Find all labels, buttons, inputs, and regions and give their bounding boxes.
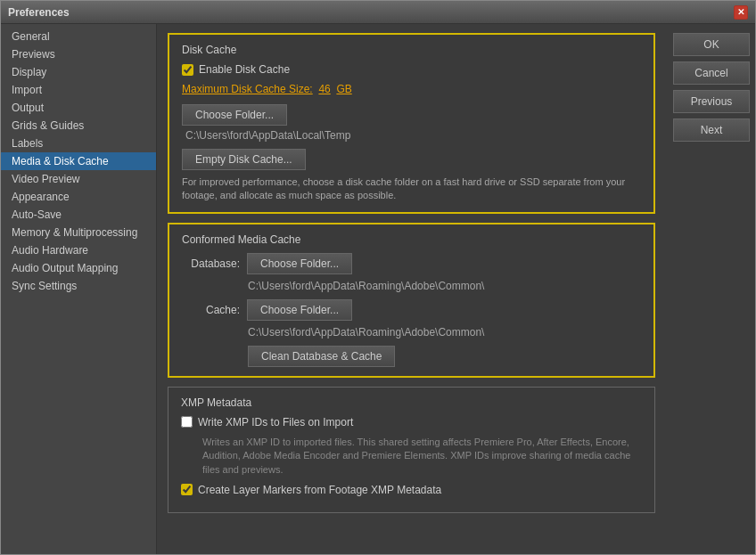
xmp-title: XMP Metadata	[181, 396, 642, 409]
next-button[interactable]: Next	[673, 118, 750, 142]
max-size-unit: GB	[336, 83, 351, 95]
previous-button[interactable]: Previous	[673, 90, 750, 113]
database-path: C:\Users\ford\AppData\Roaming\Adobe\Comm…	[182, 280, 641, 292]
sidebar-item-import[interactable]: Import	[1, 81, 156, 99]
max-size-row: Maximum Disk Cache Size: 46 GB	[182, 83, 641, 95]
title-bar: Preferences ✕	[1, 1, 755, 24]
sidebar-item-auto-save[interactable]: Auto-Save	[1, 206, 156, 224]
close-button[interactable]: ✕	[734, 5, 748, 20]
preferences-window: Preferences ✕ General Previews Display I…	[0, 0, 756, 555]
create-layer-checkbox[interactable]	[181, 484, 193, 495]
database-choose-folder-button[interactable]: Choose Folder...	[247, 253, 352, 274]
write-xmp-checkbox[interactable]	[181, 416, 193, 428]
xmp-metadata-section: XMP Metadata Write XMP IDs to Files on I…	[168, 387, 655, 513]
sidebar-item-appearance[interactable]: Appearance	[1, 188, 156, 206]
database-row: Database: Choose Folder...	[182, 253, 641, 274]
sidebar-item-video-preview[interactable]: Video Preview	[1, 170, 156, 188]
enable-disk-cache-checkbox[interactable]	[182, 64, 193, 76]
write-xmp-label: Write XMP IDs to Files on Import	[198, 416, 353, 428]
create-layer-label: Create Layer Markers from Footage XMP Me…	[198, 484, 441, 496]
sidebar-item-grids-guides[interactable]: Grids & Guides	[1, 117, 156, 135]
disk-cache-section: Disk Cache Enable Disk Cache Maximum Dis…	[168, 33, 655, 214]
max-size-label: Maximum Disk Cache Size:	[182, 83, 313, 95]
disk-cache-folder-path: C:\Users\ford\AppData\Local\Temp	[182, 129, 641, 142]
sidebar-item-general[interactable]: General	[1, 28, 156, 45]
sidebar-item-display[interactable]: Display	[1, 63, 156, 81]
main-content: General Previews Display Import Output G…	[1, 24, 755, 554]
sidebar: General Previews Display Import Output G…	[1, 24, 157, 554]
main-area: Disk Cache Enable Disk Cache Maximum Dis…	[157, 24, 666, 554]
disk-cache-info: For improved performance, choose a disk …	[182, 175, 641, 203]
cache-choose-folder-button[interactable]: Choose Folder...	[247, 299, 352, 321]
ok-button[interactable]: OK	[673, 33, 750, 56]
write-xmp-info: Writes an XMP ID to imported files. This…	[202, 436, 642, 477]
clean-database-cache-button[interactable]: Clean Database & Cache	[248, 346, 395, 367]
write-xmp-row: Write XMP IDs to Files on Import	[181, 416, 642, 428]
create-layer-row: Create Layer Markers from Footage XMP Me…	[181, 484, 642, 496]
cache-label: Cache:	[182, 304, 240, 316]
choose-folder-button[interactable]: Choose Folder...	[182, 104, 287, 126]
sidebar-item-output[interactable]: Output	[1, 99, 156, 117]
enable-disk-cache-label: Enable Disk Cache	[199, 63, 290, 76]
sidebar-item-previews[interactable]: Previews	[1, 45, 156, 63]
empty-disk-cache-button[interactable]: Empty Disk Cache...	[182, 149, 306, 170]
max-size-value[interactable]: 46	[318, 83, 330, 95]
sidebar-item-audio-hardware[interactable]: Audio Hardware	[1, 241, 156, 259]
conformed-media-cache-section: Conformed Media Cache Database: Choose F…	[168, 223, 655, 378]
sidebar-item-sync-settings[interactable]: Sync Settings	[1, 277, 156, 295]
database-label: Database:	[182, 257, 240, 270]
right-buttons-panel: OK Cancel Previous Next	[666, 24, 755, 554]
cache-row: Cache: Choose Folder...	[182, 299, 641, 321]
sidebar-item-labels[interactable]: Labels	[1, 135, 156, 152]
disk-cache-title: Disk Cache	[182, 44, 641, 56]
conformed-cache-title: Conformed Media Cache	[182, 233, 641, 246]
cache-path: C:\Users\ford\AppData\Roaming\Adobe\Comm…	[182, 326, 641, 339]
sidebar-item-media-disk-cache[interactable]: Media & Disk Cache	[1, 152, 156, 170]
sidebar-item-audio-output-mapping[interactable]: Audio Output Mapping	[1, 259, 156, 277]
sidebar-item-memory-multiprocessing[interactable]: Memory & Multiprocessing	[1, 224, 156, 241]
enable-disk-cache-row: Enable Disk Cache	[182, 63, 641, 76]
cancel-button[interactable]: Cancel	[673, 61, 750, 85]
window-title: Preferences	[8, 6, 70, 19]
